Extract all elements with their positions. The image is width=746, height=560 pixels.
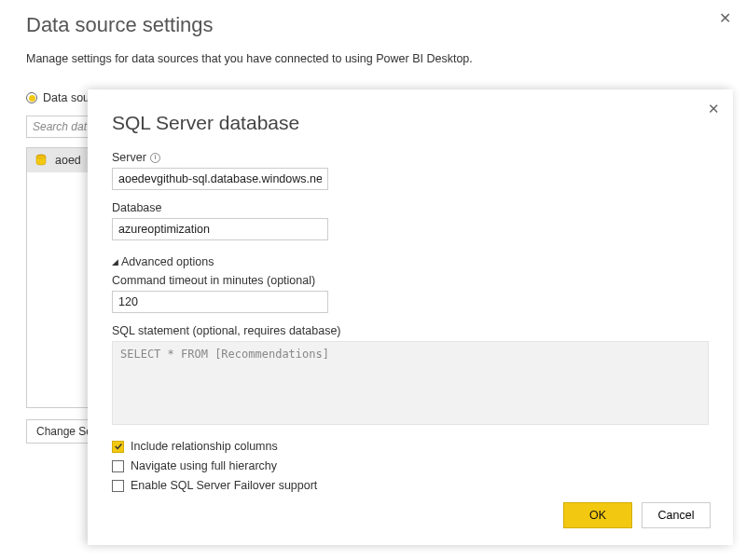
failover-support-checkbox[interactable]: Enable SQL Server Failover support bbox=[112, 479, 709, 492]
close-icon[interactable]: ✕ bbox=[719, 9, 731, 27]
server-label: Server i bbox=[112, 151, 709, 164]
server-input[interactable] bbox=[112, 168, 328, 190]
sql-server-database-dialog: ✕ SQL Server database Server i Database … bbox=[88, 89, 733, 545]
checkbox-icon bbox=[112, 480, 124, 492]
chevron-down-icon: ◢ bbox=[112, 257, 118, 266]
info-icon[interactable]: i bbox=[150, 153, 160, 163]
ok-button[interactable]: OK bbox=[563, 502, 632, 528]
database-input[interactable] bbox=[112, 218, 328, 240]
checkbox-label: Include relationship columns bbox=[131, 440, 278, 453]
navigate-hierarchy-checkbox[interactable]: Navigate using full hierarchy bbox=[112, 459, 709, 472]
sql-statement-label: SQL statement (optional, requires databa… bbox=[112, 324, 709, 337]
dialog-title: SQL Server database bbox=[112, 112, 709, 134]
sql-statement-input[interactable] bbox=[112, 341, 709, 425]
radio-label: Data sou bbox=[43, 91, 90, 104]
checkbox-icon bbox=[112, 441, 124, 453]
close-icon[interactable]: ✕ bbox=[708, 101, 720, 117]
data-source-item-label: aoed bbox=[55, 154, 81, 167]
checkbox-label: Navigate using full hierarchy bbox=[131, 459, 277, 472]
database-icon bbox=[35, 154, 48, 167]
cancel-button[interactable]: Cancel bbox=[642, 502, 711, 528]
page-title: Data source settings bbox=[26, 13, 720, 37]
timeout-input[interactable] bbox=[112, 291, 328, 313]
database-label: Database bbox=[112, 201, 709, 214]
checkbox-icon bbox=[112, 460, 124, 472]
timeout-label: Command timeout in minutes (optional) bbox=[112, 274, 709, 287]
page-description: Manage settings for data sources that yo… bbox=[26, 52, 720, 65]
include-relationship-checkbox[interactable]: Include relationship columns bbox=[112, 440, 709, 453]
checkbox-label: Enable SQL Server Failover support bbox=[131, 479, 317, 492]
advanced-options-toggle[interactable]: ◢ Advanced options bbox=[112, 255, 709, 268]
radio-icon bbox=[26, 92, 37, 103]
